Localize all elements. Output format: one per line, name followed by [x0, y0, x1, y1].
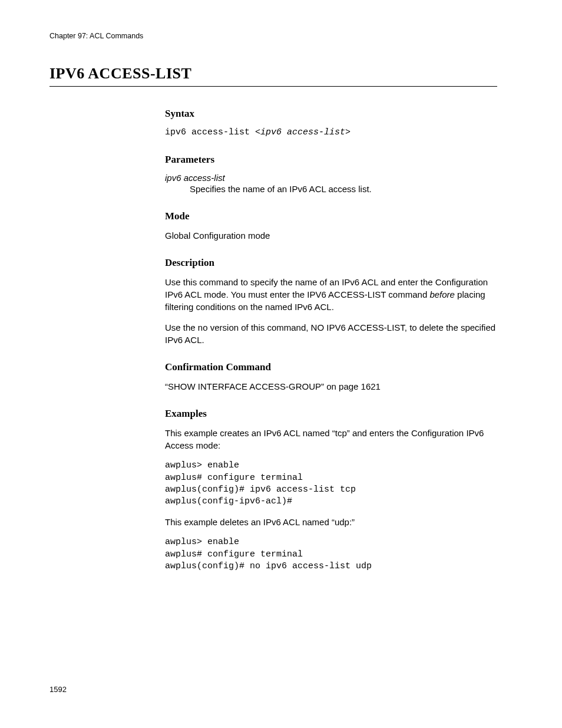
mode-text: Global Configuration mode [165, 229, 497, 242]
description-p1: Use this command to specify the name of … [165, 276, 497, 313]
page-number: 1592 [49, 685, 67, 694]
syntax-prefix: ipv6 access-list < [165, 127, 260, 137]
heading-syntax: Syntax [165, 108, 497, 120]
example-intro-2: This example deletes an IPv6 ACL named “… [165, 516, 497, 528]
heading-mode: Mode [165, 210, 497, 222]
desc-p1em: before [429, 289, 455, 299]
heading-description: Description [165, 257, 497, 269]
heading-examples: Examples [165, 408, 497, 420]
param-name: ipv6 access-list [165, 173, 497, 183]
confirmation-text: “SHOW INTERFACE ACCESS-GROUP” on page 16… [165, 380, 497, 393]
page-title: IPV6 ACCESS-LIST [49, 65, 497, 87]
param-desc: Specifies the name of an IPv6 ACL access… [190, 183, 497, 195]
syntax-line: ipv6 access-list <ipv6 access-list> [165, 127, 497, 139]
syntax-suffix: > [345, 127, 351, 137]
syntax-arg: ipv6 access-list [260, 127, 345, 137]
page: Chapter 97: ACL Commands IPV6 ACCESS-LIS… [0, 0, 562, 728]
heading-parameters: Parameters [165, 154, 497, 166]
heading-confirmation: Confirmation Command [165, 361, 497, 373]
example-intro-1: This example creates an IPv6 ACL named “… [165, 427, 497, 452]
example-code-2: awplus> enable awplus# configure termina… [165, 536, 497, 572]
chapter-header: Chapter 97: ACL Commands [49, 32, 497, 40]
description-p2: Use the no version of this command, NO I… [165, 321, 497, 346]
content-area: Syntax ipv6 access-list <ipv6 access-lis… [165, 108, 497, 572]
example-code-1: awplus> enable awplus# configure termina… [165, 460, 497, 508]
